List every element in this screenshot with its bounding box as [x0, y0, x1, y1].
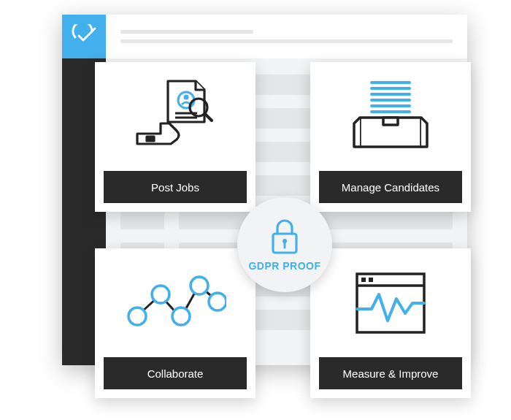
collaborate-icon: [95, 248, 256, 357]
card-label: Collaborate: [104, 357, 247, 389]
svg-point-19: [152, 286, 169, 303]
svg-line-6: [205, 114, 212, 121]
measure-improve-icon: [310, 248, 471, 357]
svg-rect-26: [369, 278, 373, 282]
svg-rect-13: [383, 118, 398, 125]
manage-candidates-icon: [310, 62, 471, 171]
logo: [62, 15, 106, 58]
post-jobs-icon: [95, 62, 256, 171]
checkmark-circle-icon: [72, 24, 96, 49]
card-label: Manage Candidates: [319, 171, 462, 203]
svg-rect-0: [147, 137, 154, 141]
svg-rect-25: [361, 278, 366, 282]
svg-point-2: [184, 94, 189, 99]
card-label: Post Jobs: [104, 171, 247, 203]
card-post-jobs[interactable]: Post Jobs: [95, 62, 256, 212]
padlock-icon: [269, 218, 301, 256]
svg-point-22: [209, 293, 226, 310]
gdpr-label: GDPR PROOF: [248, 260, 320, 272]
card-manage-candidates[interactable]: Manage Candidates: [310, 62, 471, 212]
svg-point-21: [191, 277, 208, 294]
card-measure-improve[interactable]: Measure & Improve: [310, 248, 471, 398]
svg-point-20: [172, 308, 190, 325]
card-label: Measure & Improve: [319, 357, 462, 389]
svg-point-18: [128, 308, 146, 325]
card-collaborate[interactable]: Collaborate: [95, 248, 256, 398]
gdpr-badge: GDPR PROOF: [237, 197, 332, 292]
header: [106, 15, 467, 58]
